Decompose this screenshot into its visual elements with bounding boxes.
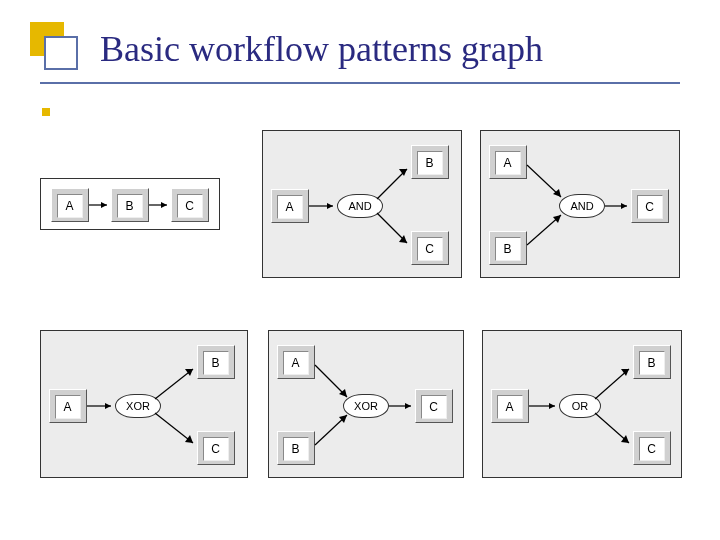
svg-marker-27 [405,403,411,409]
node-a-label: A [55,395,81,419]
node-a-label: A [495,151,521,175]
node-b-label: B [203,351,229,375]
svg-marker-13 [553,215,561,223]
svg-line-12 [527,215,561,245]
panel-xor-join: A B XOR C [268,330,464,478]
svg-marker-3 [161,202,167,208]
svg-marker-15 [621,203,627,209]
svg-line-8 [377,213,407,243]
panel-or-split: A OR B C [482,330,682,478]
svg-marker-5 [327,203,333,209]
node-b-label: B [639,351,665,375]
node-b-label: B [495,237,521,261]
node-c: C [197,431,235,465]
svg-marker-11 [553,189,561,197]
svg-line-24 [315,415,347,445]
node-a-label: A [57,194,83,218]
node-a: A [277,345,315,379]
svg-marker-23 [339,389,347,397]
node-a: A [489,145,527,179]
page-title: Basic workflow patterns graph [100,28,543,70]
node-b: B [633,345,671,379]
node-c-label: C [417,237,443,261]
operator-and: AND [337,194,383,218]
node-c: C [171,188,209,222]
node-c-label: C [203,437,229,461]
node-a: A [51,188,89,222]
node-c: C [633,431,671,465]
svg-marker-21 [185,435,193,443]
node-a-label: A [283,351,309,375]
node-b: B [111,188,149,222]
svg-line-6 [377,169,407,199]
operator-and: AND [559,194,605,218]
svg-marker-19 [185,369,193,376]
panel-and-join: A B AND C [480,130,680,278]
operator-xor: XOR [115,394,161,418]
svg-line-22 [315,365,347,397]
node-b-label: B [283,437,309,461]
svg-line-32 [595,413,629,443]
node-a: A [49,389,87,423]
node-c-label: C [421,395,447,419]
node-c-label: C [637,195,663,219]
panel-xor-split: A XOR B C [40,330,248,478]
svg-marker-9 [399,235,407,243]
svg-marker-33 [621,435,629,443]
node-b-label: B [417,151,443,175]
panel-sequence: A B C [40,178,220,230]
node-b-label: B [117,194,143,218]
node-b: B [411,145,449,179]
node-c: C [415,389,453,423]
svg-marker-25 [339,415,347,423]
svg-line-10 [527,165,561,197]
operator-or: OR [559,394,601,418]
node-c: C [411,231,449,265]
svg-line-20 [155,413,193,443]
node-c-label: C [639,437,665,461]
svg-marker-29 [549,403,555,409]
svg-line-18 [155,369,193,399]
node-b: B [277,431,315,465]
diagram-canvas: A B C A AND B C A [0,100,720,540]
node-a-label: A [277,195,303,219]
operator-xor: XOR [343,394,389,418]
title-underline [40,82,680,84]
svg-marker-17 [105,403,111,409]
node-b: B [197,345,235,379]
node-c-label: C [177,194,203,218]
node-b: B [489,231,527,265]
title-bar: Basic workflow patterns graph [0,0,720,100]
svg-marker-7 [399,169,407,176]
panel-and-split: A AND B C [262,130,462,278]
node-a-label: A [497,395,523,419]
node-a: A [491,389,529,423]
node-a: A [271,189,309,223]
title-decoration-front-frame [44,36,78,70]
svg-marker-1 [101,202,107,208]
svg-line-30 [595,369,629,399]
svg-marker-31 [621,369,629,376]
node-c: C [631,189,669,223]
